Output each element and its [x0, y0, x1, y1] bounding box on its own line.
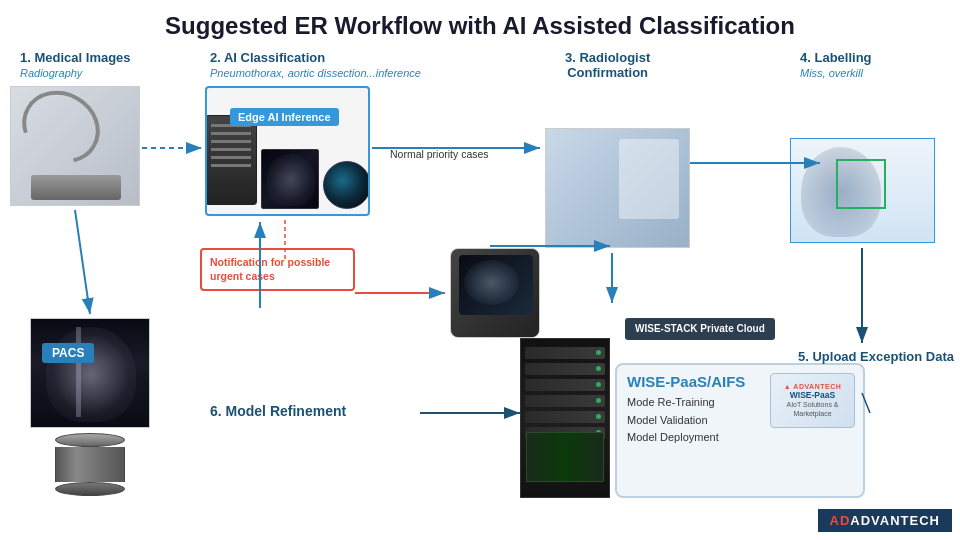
phone-image	[450, 248, 540, 338]
wise-stack-label: WISE-STACK Private Cloud	[625, 318, 775, 340]
notification-box: Notification for possible urgent cases	[200, 248, 355, 291]
labeling-bbox	[836, 159, 886, 209]
advantech-mini-logo: ▲ ADVANTECH WISE-PaaS AIoT Solutions & M…	[770, 373, 855, 428]
main-title: Suggested ER Workflow with AI Assisted C…	[0, 0, 960, 48]
labeling-image	[790, 138, 935, 243]
normal-priority-label: Normal priority cases	[390, 148, 489, 160]
step3-label: 3. Radiologist Confirmation	[565, 50, 650, 80]
workflow-container: 1. Medical Images Radiography 2. AI Clas…	[0, 48, 960, 538]
advantech-logo: ADADVANTECH	[818, 509, 952, 532]
wise-paas-box: WISE-PaaS/AIFS Mode Re-Training Model Va…	[615, 363, 865, 498]
database-icon	[55, 433, 125, 496]
radiologist-image	[545, 128, 690, 248]
small-xray-image	[261, 149, 319, 209]
ai-classification-box	[205, 86, 370, 216]
step6-label: 6. Model Refinement	[210, 403, 346, 419]
step4-label: 4. Labelling Miss, overkill	[800, 50, 872, 80]
xray-image	[30, 318, 150, 428]
scanner-image	[10, 86, 140, 206]
server-image	[520, 338, 610, 498]
svg-line-3	[75, 210, 90, 314]
pacs-label: PACS	[42, 343, 94, 363]
notification-text: Notification for possible urgent cases	[210, 256, 345, 283]
wise-paas-item-3: Model Deployment	[627, 429, 853, 447]
step1-label: 1. Medical Images Radiography	[20, 50, 131, 80]
ct-scan-image	[323, 161, 371, 209]
step2-label: 2. AI Classification Pneumothorax, aorti…	[210, 50, 421, 80]
step5-label: 5. Upload Exception Data	[798, 348, 954, 366]
edge-ai-label: Edge AI Inference	[230, 108, 339, 126]
